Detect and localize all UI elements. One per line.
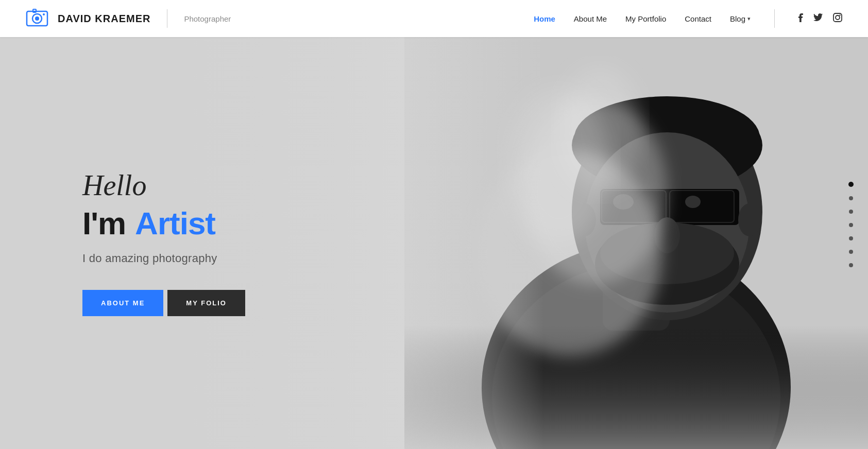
svg-point-7 bbox=[839, 14, 840, 15]
twitter-link[interactable] bbox=[813, 13, 823, 24]
svg-rect-5 bbox=[833, 13, 842, 22]
slide-dot-2[interactable] bbox=[849, 196, 853, 200]
hero-buttons: ABOUT ME MY FOLIO bbox=[82, 290, 245, 316]
my-folio-button[interactable]: MY FOLIO bbox=[167, 290, 245, 316]
hero-section: Hello I'm Artist I do amazing photograph… bbox=[0, 0, 868, 449]
hero-content: Hello I'm Artist I do amazing photograph… bbox=[0, 133, 245, 316]
slide-dot-6[interactable] bbox=[849, 250, 853, 254]
blog-dropdown-icon: ▾ bbox=[747, 15, 751, 22]
main-nav: Home About Me My Portfolio Contact Blog … bbox=[534, 9, 842, 28]
brand-name: DAVID KRAEMER bbox=[58, 13, 150, 25]
slide-dot-1[interactable] bbox=[848, 182, 854, 187]
nav-link-blog[interactable]: Blog ▾ bbox=[730, 14, 751, 23]
header-divider bbox=[167, 9, 167, 28]
svg-point-6 bbox=[836, 15, 840, 20]
slide-dot-3[interactable] bbox=[849, 210, 853, 214]
nav-link-about[interactable]: About Me bbox=[574, 14, 607, 23]
instagram-link[interactable] bbox=[833, 13, 842, 25]
slide-dot-5[interactable] bbox=[849, 236, 853, 240]
hero-role-text: Artist bbox=[135, 205, 215, 241]
facebook-link[interactable] bbox=[798, 13, 803, 25]
camera-logo-icon bbox=[26, 7, 48, 30]
slide-dot-4[interactable] bbox=[849, 223, 853, 227]
logo-area: DAVID KRAEMER Photographer bbox=[26, 7, 231, 30]
nav-link-home[interactable]: Home bbox=[534, 14, 555, 23]
svg-point-4 bbox=[43, 13, 45, 15]
hero-im-text: I'm bbox=[82, 205, 126, 241]
slide-dot-7[interactable] bbox=[849, 263, 853, 267]
social-links bbox=[798, 13, 842, 25]
header: DAVID KRAEMER Photographer Home About Me… bbox=[0, 0, 868, 37]
brand-tagline: Photographer bbox=[184, 14, 231, 23]
slide-dots-nav bbox=[848, 182, 854, 267]
hero-subtitle: I do amazing photography bbox=[82, 252, 245, 265]
nav-social-divider bbox=[774, 9, 775, 28]
hero-greeting: Hello bbox=[82, 170, 245, 202]
svg-point-2 bbox=[35, 16, 39, 21]
hero-title-line: I'm Artist bbox=[82, 205, 245, 241]
nav-link-contact[interactable]: Contact bbox=[685, 14, 711, 23]
nav-link-portfolio[interactable]: My Portfolio bbox=[625, 14, 666, 23]
about-me-button[interactable]: ABOUT ME bbox=[82, 290, 163, 316]
